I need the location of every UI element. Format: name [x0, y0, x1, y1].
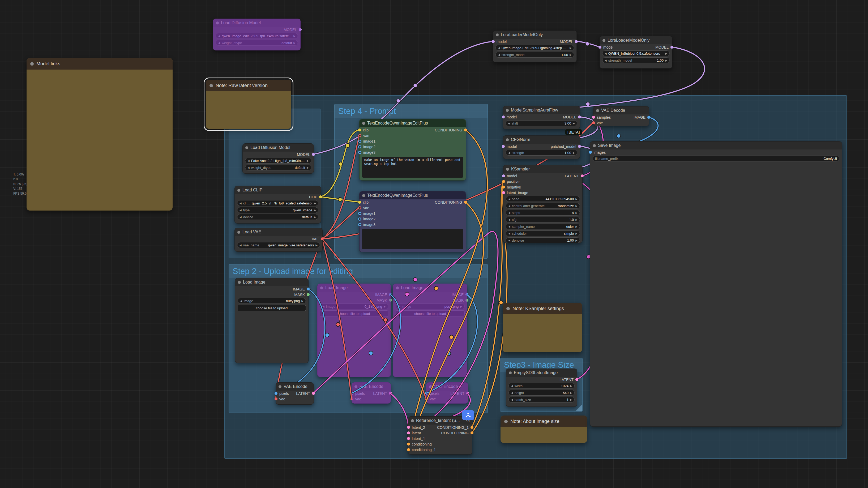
shift-widget[interactable]: ◀shift3.00▶ [505, 120, 577, 126]
combo-left-arrow-icon[interactable]: ◀ [240, 209, 242, 212]
collapse-dot-icon[interactable] [509, 371, 512, 374]
collapse-dot-icon[interactable] [237, 189, 240, 192]
latent_1-input-port[interactable] [407, 437, 410, 440]
combo-left-arrow-icon[interactable]: ◀ [508, 151, 510, 154]
choose-file-button[interactable]: choose file to upload [396, 310, 465, 317]
node-title-bar[interactable]: Load VAE [235, 228, 322, 236]
combo-right-arrow-icon[interactable]: ▶ [384, 305, 386, 308]
load-image-1[interactable]: Load ImageIMAGEMASK◀imagebuffy.png▶choos… [235, 278, 309, 363]
collapse-dot-icon[interactable] [362, 122, 365, 125]
combo-left-arrow-icon[interactable]: ◀ [218, 34, 220, 37]
prompt-textarea[interactable]: make an image of the woman in a differen… [362, 157, 463, 178]
note-header[interactable]: Note: About image size [500, 416, 587, 427]
seed-widget[interactable]: ◀seed441110359394508▶ [506, 196, 580, 202]
model-sampling-aura-flow[interactable]: ModelSamplingAuraFlowmodelMODEL◀shift3.0… [503, 106, 580, 129]
value-widget[interactable]: ◀Qwen-Image-Edit-2509-Lightning-4step ..… [495, 45, 574, 51]
filename_prefix-widget[interactable]: filename_prefixComfyUI [593, 156, 839, 161]
CONDITIONING-output-port[interactable] [464, 201, 467, 204]
image1-input-port[interactable] [358, 140, 361, 143]
weight_dtype-widget[interactable]: ◀weight_dtypedefault▶ [216, 40, 298, 46]
collapse-dot-icon[interactable] [238, 281, 241, 284]
positive-input-port[interactable] [502, 180, 505, 183]
combo-left-arrow-icon[interactable]: ◀ [247, 159, 250, 162]
height-widget[interactable]: ◀height640▶ [508, 390, 575, 396]
node-title-bar[interactable]: EmptySD3LatentImage [506, 369, 577, 377]
combo-left-arrow-icon[interactable]: ◀ [498, 53, 500, 56]
collapse-dot-icon[interactable] [210, 84, 213, 87]
LATENT-output-port[interactable] [466, 392, 469, 395]
load-image-3-bypassed[interactable]: Load ImageIMAGEMASK◀imagepose.png▶choose… [393, 283, 467, 377]
vae-encode-2-bypassed[interactable]: VAE EncodepixelsLATENTvae [351, 382, 391, 403]
cfg-norm[interactable]: CFGNormmodelpatched_model◀strength1.00▶ [503, 135, 580, 159]
combo-left-arrow-icon[interactable]: ◀ [508, 211, 510, 214]
vae-input-port[interactable] [425, 397, 428, 400]
combo-right-arrow-icon[interactable]: ▶ [293, 41, 296, 44]
sampler_name-widget[interactable]: ◀sampler_nameeuler▶ [506, 223, 580, 230]
vae-input-port[interactable] [358, 206, 361, 210]
MODEL-output-port[interactable] [578, 116, 581, 118]
conditioning_1-input-port[interactable] [407, 448, 410, 451]
combo-right-arrow-icon[interactable]: ▶ [576, 218, 578, 221]
images-input-port[interactable] [589, 151, 592, 154]
combo-left-arrow-icon[interactable]: ◀ [508, 218, 510, 221]
combo-right-arrow-icon[interactable]: ▶ [570, 398, 572, 401]
load-vae[interactable]: Load VAEVAE◀vae_nameqwen_image_vae.safet… [235, 228, 322, 252]
load-image-2-bypassed[interactable]: Load ImageIMAGEMASK◀image0_1 (5).png▶cho… [317, 283, 391, 377]
collapse-dot-icon[interactable] [245, 146, 248, 149]
save-image[interactable]: Save Imageimagesfilename_prefixComfyUI [590, 141, 842, 427]
reference-latent-subgraph[interactable]: Reference_lantent (S...⧉latent_2CONDITIO… [408, 416, 472, 455]
subgraph-badge[interactable] [462, 410, 474, 420]
vae-input-port[interactable] [592, 121, 595, 124]
group-resize-handle[interactable] [576, 405, 582, 411]
combo-left-arrow-icon[interactable]: ◀ [511, 391, 513, 394]
combo-right-arrow-icon[interactable]: ▶ [301, 300, 304, 302]
node-title-bar[interactable]: Load Image [393, 284, 467, 292]
combo-right-arrow-icon[interactable]: ▶ [314, 216, 316, 218]
node-title-bar[interactable]: Load Diffusion Model [213, 19, 300, 27]
combo-right-arrow-icon[interactable]: ▶ [576, 211, 578, 214]
node-title-bar[interactable]: Load Image [235, 278, 308, 286]
combo-left-arrow-icon[interactable]: ◀ [218, 41, 220, 44]
value-widget[interactable]: ◀qwen_image_edit_2509_fp8_e4m3fn.safete … [216, 33, 298, 39]
combo-left-arrow-icon[interactable]: ◀ [240, 300, 242, 302]
node-title-bar[interactable]: VAE Encode [352, 383, 391, 391]
combo-left-arrow-icon[interactable]: ◀ [511, 385, 513, 387]
collapse-dot-icon[interactable] [596, 109, 599, 112]
IMAGE-output-port[interactable] [647, 116, 650, 119]
value-widget[interactable]: ◀Fake-Vace2.2-High_fp8_e4m3fn....▶ [245, 158, 311, 163]
prompt-textarea[interactable] [362, 229, 463, 249]
combo-left-arrow-icon[interactable]: ◀ [508, 122, 510, 125]
samples-input-port[interactable] [592, 116, 595, 119]
collapse-dot-icon[interactable] [506, 109, 509, 112]
node-title-bar[interactable]: TextEncodeQwenImageEditPlus [360, 191, 466, 200]
model-input-port[interactable] [502, 116, 505, 118]
image-widget[interactable]: ◀imagepose.png▶ [396, 303, 465, 309]
node-title-bar[interactable]: TextEncodeQwenImageEditPlus [360, 119, 466, 127]
image2-input-port[interactable] [358, 217, 361, 221]
collapse-dot-icon[interactable] [237, 231, 240, 234]
strength_model-widget[interactable]: ◀strength_model1.00▶ [602, 57, 670, 63]
combo-right-arrow-icon[interactable]: ▶ [307, 166, 309, 169]
combo-left-arrow-icon[interactable]: ◀ [498, 47, 500, 50]
collapse-dot-icon[interactable] [354, 385, 358, 388]
text-encode-qwen-image-edit-plus-negative[interactable]: TextEncodeQwenImageEditPlusclipCONDITION… [359, 191, 466, 252]
patched_model-output-port[interactable] [578, 145, 581, 148]
vae-input-port[interactable] [358, 134, 361, 137]
node-title-bar[interactable]: VAE Encode [276, 383, 314, 391]
IMAGE-output-port[interactable] [307, 287, 310, 291]
VAE-output-port[interactable] [321, 237, 324, 240]
control-after-generate-widget[interactable]: ◀control after generaterandomize▶ [506, 203, 580, 209]
vae-decode[interactable]: VAE DecodesamplesIMAGEvae [593, 106, 649, 126]
MASK-output-port[interactable] [307, 293, 310, 296]
cfg-widget[interactable]: ◀cfg1.0▶ [506, 217, 580, 222]
width-widget[interactable]: ◀width1024▶ [508, 383, 575, 389]
combo-right-arrow-icon[interactable]: ▶ [569, 53, 572, 56]
node-title-bar[interactable]: CFGNorm [503, 136, 580, 144]
collapse-dot-icon[interactable] [496, 33, 499, 36]
model-input-port[interactable] [492, 40, 495, 43]
image1-input-port[interactable] [358, 212, 361, 215]
collapse-dot-icon[interactable] [30, 62, 34, 66]
latent_2-input-port[interactable] [407, 426, 410, 429]
node-title-bar[interactable]: Load Diffusion Model [243, 144, 314, 152]
combo-right-arrow-icon[interactable]: ▶ [569, 47, 572, 50]
